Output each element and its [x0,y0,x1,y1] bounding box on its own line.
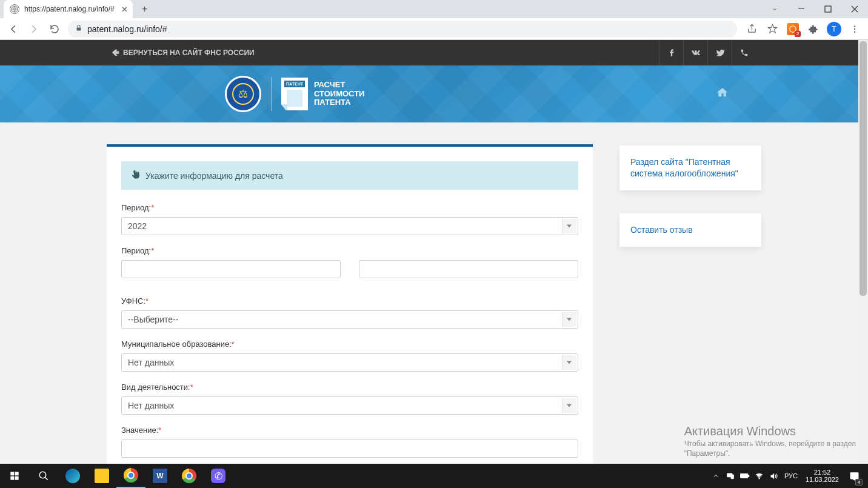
sidebar-card-feedback[interactable]: Оставить отзыв [619,213,761,247]
hand-pointer-icon [130,169,141,182]
address-input[interactable]: patent.nalog.ru/info/# [68,21,737,38]
value-input[interactable] [121,440,578,458]
sidebar-link: Раздел сайта "Патентная система налогооб… [630,157,738,178]
maximize-button[interactable] [815,0,841,18]
fns-logo: ⚖ [225,76,261,112]
lock-icon [75,24,82,34]
field-activity: Вид деятельности:* Нет данных [121,381,578,415]
svg-point-12 [39,472,46,478]
back-button[interactable] [5,21,22,38]
field-ufns: УФНС:* --Выберите-- [121,295,578,329]
period-start-input[interactable] [121,260,341,278]
svg-rect-3 [77,28,81,31]
new-tab-button[interactable]: + [138,4,152,15]
field-label: Значение:* [121,426,161,435]
taskbar-edge[interactable] [58,464,87,488]
taskbar-chrome-2[interactable] [175,464,204,488]
taskbar-viber[interactable]: ✆ [204,464,233,488]
tray-devices-icon[interactable] [723,464,738,488]
patent-logo: ПАТЕНТ РАСЧЕТ СТОИМОСТИ ПАТЕНТА [281,78,364,110]
social-links [659,40,756,65]
extension-icon[interactable]: 2 [784,21,801,38]
scrollbar-thumb[interactable] [860,41,867,296]
url-text: patent.nalog.ru/info/# [87,24,167,34]
field-municipal: Муниципальное образование:* Нет данных [121,338,578,372]
taskbar-clock[interactable]: 21:52 11.03.2022 [801,469,844,483]
twitter-icon[interactable] [707,40,732,65]
banner: ⚖ ПАТЕНТ РАСЧЕТ СТОИМОСТИ ПАТЕНТА [0,65,868,122]
taskbar-chrome[interactable] [116,464,145,488]
taskbar-word[interactable]: W [145,464,175,488]
tray-language[interactable]: РУС [781,464,801,488]
browser-tab-bar: https://patent.nalog.ru/info/# ✕ + [0,0,868,18]
field-label: Период:* [121,203,154,212]
svg-rect-19 [850,472,858,478]
activity-select[interactable]: Нет данных [121,396,578,415]
divider [271,77,272,111]
banner-title: РАСЧЕТ СТОИМОСТИ ПАТЕНТА [314,81,364,108]
start-button[interactable] [0,464,29,488]
field-period-year: Период:* 2022 [121,202,578,235]
info-box: Укажите информацию для расчета [121,161,578,190]
back-to-fns-link[interactable]: 🡸 ВЕРНУТЬСЯ НА САЙТ ФНС РОССИИ [112,48,255,57]
extension-badge: 2 [795,31,801,37]
svg-rect-14 [731,475,733,478]
sidebar: Раздел сайта "Патентная система налогооб… [619,144,761,464]
taskbar-explorer[interactable] [87,464,116,488]
svg-rect-1 [798,8,804,9]
vk-icon[interactable] [683,40,707,65]
notification-center[interactable]: 4 [844,464,864,488]
svg-point-7 [854,31,855,32]
tray-wifi-icon[interactable] [752,464,767,488]
bookmark-icon[interactable] [764,21,781,38]
svg-rect-11 [15,476,19,480]
svg-point-5 [854,25,855,27]
svg-rect-16 [748,475,749,477]
chrome-menu-icon[interactable] [846,21,863,38]
home-icon[interactable] [716,87,729,102]
field-label: Период:* [121,246,154,255]
tab-title: https://patent.nalog.ru/info/# [24,5,115,13]
globe-icon [10,4,19,14]
svg-rect-2 [825,6,831,12]
close-button[interactable] [841,0,868,18]
window-controls [761,0,868,18]
municipal-select[interactable]: Нет данных [121,353,578,372]
tray-chevron-icon[interactable] [709,464,723,488]
taskbar: W ✆ РУС 21:52 11.03.2022 4 [0,464,868,488]
tray-volume-icon[interactable] [767,464,781,488]
main-form-card: Укажите информацию для расчета Период:* … [107,144,593,464]
reload-button[interactable] [46,21,63,38]
field-period-range: Период:* [121,245,578,278]
profile-avatar[interactable]: T [826,21,843,38]
browser-tab[interactable]: https://patent.nalog.ru/info/# ✕ [4,0,133,18]
tray-battery-icon[interactable] [738,464,752,488]
sidebar-card-patent-info[interactable]: Раздел сайта "Патентная система налогооб… [619,145,761,190]
period-year-select[interactable]: 2022 [121,217,578,235]
extensions-menu-icon[interactable] [805,21,822,38]
minimize-button[interactable] [788,0,815,18]
top-bar: 🡸 ВЕРНУТЬСЯ НА САЙТ ФНС РОССИИ [0,40,868,65]
svg-rect-17 [741,475,747,477]
field-label: Муниципальное образование:* [121,339,235,349]
tab-close-icon[interactable]: ✕ [121,5,128,14]
forward-button[interactable] [25,21,42,38]
search-button[interactable] [29,464,58,488]
phone-icon[interactable] [732,40,756,65]
svg-point-18 [759,478,760,478]
svg-point-6 [854,28,855,29]
info-text: Укажите информацию для расчета [145,171,283,181]
facebook-icon[interactable] [659,40,683,65]
ufns-select[interactable]: --Выберите-- [121,310,578,329]
field-label: Вид деятельности:* [121,383,193,392]
svg-rect-10 [10,476,14,480]
svg-rect-9 [15,472,19,475]
share-icon[interactable] [743,21,760,38]
period-end-input[interactable] [359,260,578,278]
page-content: 🡸 ВЕРНУТЬСЯ НА САЙТ ФНС РОССИИ ⚖ ПАТЕНТ [0,40,868,464]
arrow-left-icon: 🡸 [112,48,119,57]
notification-badge: 4 [855,479,863,486]
nav-buttons [5,21,63,38]
chevron-down-icon[interactable] [761,0,788,18]
field-value: Значение:* [121,424,578,458]
